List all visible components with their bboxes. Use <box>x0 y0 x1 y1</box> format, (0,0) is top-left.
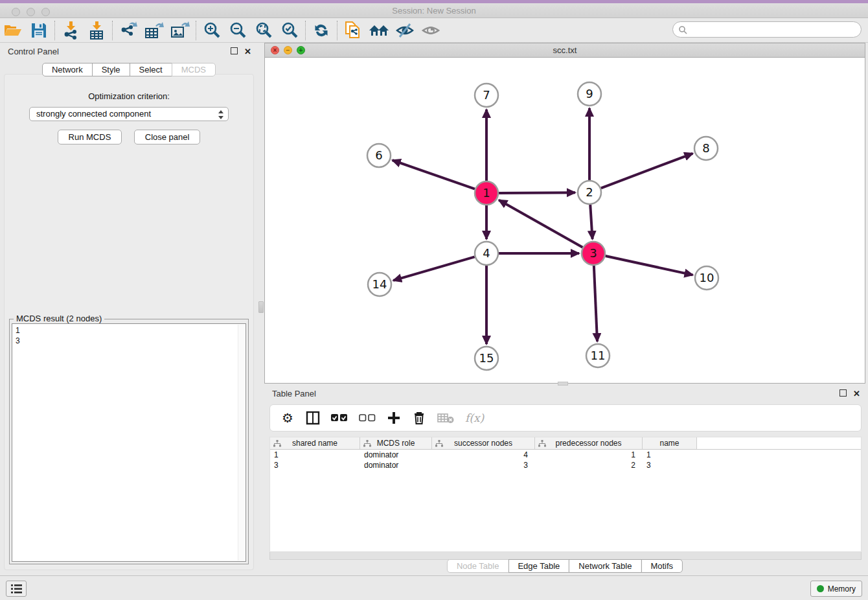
svg-text:14: 14 <box>372 277 387 291</box>
refresh-icon[interactable] <box>308 20 334 41</box>
delete-icon[interactable] <box>412 410 426 426</box>
float-panel-icon[interactable] <box>231 47 238 54</box>
zoom-out-icon[interactable] <box>225 20 251 41</box>
edge-2-3[interactable] <box>590 205 592 239</box>
run-mcds-button[interactable]: Run MCDS <box>58 130 122 144</box>
node-2[interactable]: 2 <box>578 181 601 204</box>
close-panel-icon[interactable]: ✕ <box>244 47 251 56</box>
edge-4-14[interactable] <box>393 257 475 281</box>
tab-select[interactable]: Select <box>130 63 172 76</box>
cell: dominator <box>360 460 432 470</box>
column-header-predecessor-nodes[interactable]: predecessor nodes <box>535 437 643 449</box>
toolbar-separator <box>305 21 306 40</box>
result-value: 1 <box>16 325 242 336</box>
zoom-fit-icon[interactable] <box>251 20 277 41</box>
node-1[interactable]: 1 <box>475 181 498 205</box>
search-icon <box>678 25 687 34</box>
edge-1-2[interactable] <box>499 192 575 193</box>
memory-label: Memory <box>828 584 856 594</box>
node-7[interactable]: 7 <box>475 84 498 107</box>
save-icon[interactable] <box>26 20 52 41</box>
column-header-successor-nodes[interactable]: successor nodes <box>432 437 535 449</box>
node-14[interactable]: 14 <box>368 273 391 296</box>
node-9[interactable]: 9 <box>578 82 601 106</box>
add-column-icon[interactable] <box>387 410 401 426</box>
svg-text:8: 8 <box>702 141 709 155</box>
select-all-icon[interactable] <box>331 410 348 426</box>
edge-3-1[interactable] <box>499 200 582 248</box>
clone-network-icon[interactable] <box>340 20 366 41</box>
open-folder-icon[interactable] <box>0 20 26 41</box>
tab-network-table[interactable]: Network Table <box>569 559 641 573</box>
table-panel: Table Panel ✕ ⚙ f(x) shared nameMCDS rol… <box>264 386 865 574</box>
result-scrollbar[interactable] <box>238 325 245 560</box>
edge-3-11[interactable] <box>594 266 597 341</box>
close-table-panel-icon[interactable]: ✕ <box>853 389 860 398</box>
svg-text:7: 7 <box>483 88 490 102</box>
export-network-icon[interactable] <box>115 20 141 41</box>
svg-text:15: 15 <box>479 351 494 365</box>
list-icon <box>11 584 22 594</box>
search-input[interactable] <box>687 23 861 36</box>
mcds-result-textarea[interactable]: 13 <box>12 323 246 562</box>
function-builder-icon: f(x) <box>465 410 484 426</box>
node-10[interactable]: 10 <box>695 266 718 290</box>
import-network-icon[interactable] <box>58 20 84 41</box>
dropdown-stepper-icon <box>218 110 223 120</box>
task-history-button[interactable] <box>6 581 27 597</box>
edge-3-10[interactable] <box>606 256 693 275</box>
edge-2-8[interactable] <box>601 154 693 189</box>
node-4[interactable]: 4 <box>475 242 498 265</box>
column-header-MCDS-role[interactable]: MCDS role <box>360 437 432 449</box>
cell: 3 <box>270 460 360 470</box>
table-row[interactable]: 1dominator411 <box>270 450 861 460</box>
close-panel-button[interactable]: Close panel <box>134 130 201 144</box>
show-eye-icon[interactable] <box>418 20 444 41</box>
column-header-name[interactable]: name <box>643 437 697 449</box>
node-11[interactable]: 11 <box>586 344 610 367</box>
split-pane-handle[interactable] <box>558 382 568 386</box>
export-table-icon[interactable] <box>141 20 167 41</box>
tab-edge-table[interactable]: Edge Table <box>508 559 569 573</box>
gear-icon[interactable]: ⚙ <box>280 410 295 426</box>
export-image-icon[interactable] <box>167 20 193 41</box>
hide-eye-icon[interactable] <box>392 20 418 41</box>
split-pane-handle[interactable] <box>258 301 264 313</box>
network-window-title: scc.txt <box>265 45 865 55</box>
zoom-selected-icon[interactable] <box>277 20 303 41</box>
toolbar-separator <box>196 21 196 40</box>
search-field[interactable] <box>672 21 862 38</box>
tab-motifs[interactable]: Motifs <box>641 559 683 573</box>
svg-text:3: 3 <box>589 246 597 260</box>
columns-icon[interactable] <box>306 410 320 426</box>
node-15[interactable]: 15 <box>475 347 498 370</box>
import-table-icon[interactable] <box>84 20 109 41</box>
mcds-result-title: MCDS result (2 nodes) <box>14 314 104 323</box>
table-panel-title: Table Panel <box>272 389 316 398</box>
deselect-all-icon[interactable] <box>359 410 376 426</box>
cell: 3 <box>432 460 535 470</box>
tab-mcds[interactable]: MCDS <box>172 63 216 76</box>
node-6[interactable]: 6 <box>367 144 391 167</box>
tab-node-table[interactable]: Node Table <box>447 559 509 573</box>
table-row[interactable]: 3dominator323 <box>270 460 861 470</box>
edge-1-6[interactable] <box>393 160 475 189</box>
optimization-dropdown[interactable]: strongly connected component <box>29 107 229 121</box>
tab-network[interactable]: Network <box>42 63 93 76</box>
mcds-tab-content: Optimization criterion: strongly connect… <box>4 74 254 570</box>
main-toolbar <box>0 18 868 43</box>
home-network-icon[interactable] <box>366 20 392 41</box>
node-8[interactable]: 8 <box>694 137 718 160</box>
node-3[interactable]: 3 <box>582 242 605 265</box>
memory-button[interactable]: Memory <box>810 581 862 597</box>
cell: 1 <box>643 450 697 460</box>
column-header-shared-name[interactable]: shared name <box>270 437 360 449</box>
app-titlebar: Session: New Session <box>0 3 868 18</box>
network-window-titlebar[interactable]: × − + scc.txt <box>265 43 865 58</box>
float-table-panel-icon[interactable] <box>839 389 847 397</box>
zoom-in-icon[interactable] <box>199 20 225 41</box>
svg-text:6: 6 <box>375 148 382 162</box>
svg-text:4: 4 <box>483 246 490 260</box>
tab-style[interactable]: Style <box>92 63 130 76</box>
network-canvas[interactable]: 7968124314101511 <box>265 58 865 383</box>
